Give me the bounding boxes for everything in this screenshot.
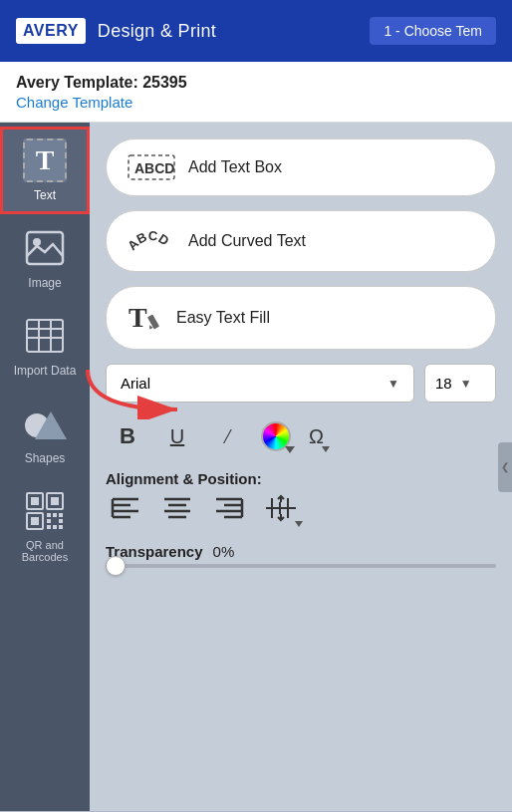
transparency-value: 0%: [213, 543, 235, 560]
transparency-slider-thumb[interactable]: [106, 556, 126, 576]
sidebar-shapes-label: Shapes: [25, 451, 66, 465]
vertical-align-button[interactable]: [263, 491, 299, 525]
svg-rect-15: [47, 513, 51, 517]
svg-rect-10: [31, 497, 39, 505]
svg-rect-19: [59, 519, 63, 523]
transparency-header-row: Transparency 0%: [106, 543, 496, 560]
transparency-section: Transparency 0%: [106, 543, 496, 568]
svg-rect-17: [59, 513, 63, 517]
qr-icon-container: [23, 489, 67, 533]
text-icon-container: T: [23, 138, 67, 182]
easy-text-fill-label: Easy Text Fill: [176, 309, 270, 327]
alignment-section: Alignment & Position:: [106, 470, 496, 529]
alignment-label: Alignment & Position:: [106, 470, 496, 487]
main-content: T Text Image: [0, 123, 512, 811]
add-text-box-label: Add Text Box: [188, 158, 282, 176]
app-title: Design & Print: [98, 21, 216, 42]
svg-rect-2: [27, 320, 63, 352]
svg-rect-28: [147, 314, 159, 329]
transparency-slider-container: [106, 564, 496, 568]
special-chars-button[interactable]: Ω: [309, 425, 324, 448]
align-center-button[interactable]: [159, 491, 195, 525]
image-icon: [25, 230, 65, 266]
add-text-box-button[interactable]: ABCD Add Text Box: [106, 138, 496, 196]
svg-rect-21: [53, 525, 57, 529]
shapes-icon-container: [23, 402, 67, 445]
svg-rect-22: [59, 525, 63, 529]
qr-icon: [25, 491, 65, 531]
svg-text:ABCD: ABCD: [134, 160, 174, 176]
size-dropdown-arrow: ▼: [460, 377, 472, 391]
template-bar: Avery Template: 25395 Change Template: [0, 62, 512, 123]
svg-rect-16: [53, 513, 57, 517]
transparency-slider-track: [106, 564, 496, 568]
sidebar-qr-label: QR and Barcodes: [6, 539, 84, 563]
add-curved-text-button[interactable]: ABCD Add Curved Text: [106, 210, 496, 272]
add-curved-text-icon: ABCD: [127, 225, 176, 257]
scroll-tab[interactable]: ❮: [498, 442, 512, 492]
sidebar-item-text[interactable]: T Text: [0, 127, 90, 214]
import-data-icon-container: [23, 314, 67, 358]
easy-text-fill-button[interactable]: T Easy Text Fill: [106, 286, 496, 350]
color-picker-button[interactable]: [261, 421, 291, 451]
font-family-value: Arial: [121, 375, 150, 392]
sidebar-item-shapes[interactable]: Shapes: [0, 390, 90, 477]
sidebar-item-qr-barcodes[interactable]: QR and Barcodes: [0, 477, 90, 575]
font-row: Arial ▼ 18 ▼: [106, 364, 496, 403]
sidebar-item-image[interactable]: Image: [0, 214, 90, 302]
svg-rect-20: [47, 525, 51, 529]
svg-rect-14: [31, 517, 39, 525]
underline-button[interactable]: U: [161, 420, 193, 452]
align-left-button[interactable]: [108, 491, 143, 525]
format-row: B U / Ω: [106, 416, 496, 456]
bold-button[interactable]: B: [112, 420, 143, 452]
add-curved-text-label: Add Curved Text: [188, 232, 306, 250]
font-family-select[interactable]: Arial ▼: [106, 364, 414, 403]
svg-rect-12: [51, 497, 59, 505]
change-template-link[interactable]: Change Template: [16, 94, 132, 111]
step-indicator: 1 - Choose Tem: [370, 17, 496, 45]
sidebar-image-label: Image: [28, 276, 61, 290]
import-data-icon: [25, 318, 65, 354]
scroll-chevron-icon: ❮: [501, 461, 509, 472]
template-name: Avery Template: 25395: [16, 74, 496, 92]
easy-text-fill-icon: T: [127, 301, 164, 335]
font-size-select[interactable]: 18 ▼: [424, 364, 496, 403]
font-dropdown-arrow: ▼: [387, 377, 399, 391]
align-right-button[interactable]: [211, 491, 247, 525]
app-header: AVERY Design & Print 1 - Choose Tem: [0, 0, 512, 62]
font-size-value: 18: [435, 375, 452, 392]
text-icon: T: [36, 144, 55, 176]
svg-rect-18: [47, 519, 51, 523]
avery-logo: AVERY: [16, 18, 86, 44]
svg-text:ABCD: ABCD: [127, 228, 172, 253]
add-text-box-icon: ABCD: [127, 153, 176, 181]
svg-text:T: T: [128, 302, 147, 333]
italic-button[interactable]: /: [211, 420, 243, 452]
alignment-buttons-row: [106, 487, 496, 529]
content-panel: ABCD Add Text Box ABCD Add Curved Text: [90, 123, 512, 811]
shapes-icon: [23, 404, 67, 443]
sidebar-item-import-data[interactable]: Import Data: [0, 302, 90, 390]
sidebar-import-data-label: Import Data: [14, 364, 77, 378]
sidebar: T Text Image: [0, 123, 90, 811]
image-icon-container: [23, 226, 67, 270]
sidebar-text-label: Text: [34, 188, 56, 202]
